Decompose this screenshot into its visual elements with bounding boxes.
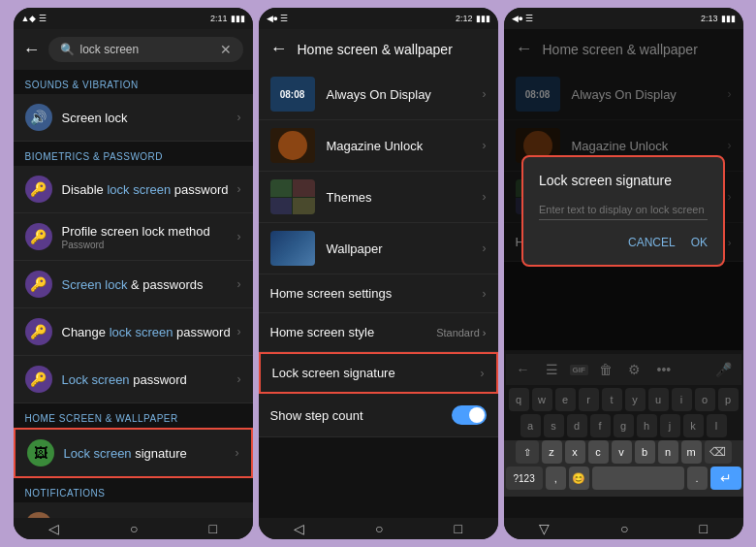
wallpaper-label: Wallpaper (327, 241, 483, 256)
key-m[interactable]: m (681, 440, 702, 464)
menu-item-screen-lock[interactable]: 🔊 Screen lock › (14, 94, 253, 142)
list-item-wallpaper[interactable]: Wallpaper › (259, 223, 498, 274)
menu-item-change-lock[interactable]: 🔑 Change lock screen password › (14, 308, 253, 356)
key-icon-3: 🔑 (25, 271, 52, 298)
key-c[interactable]: c (588, 440, 609, 464)
search-input[interactable]: lock screen (80, 43, 214, 56)
nav-recent[interactable]: □ (209, 521, 217, 536)
nav-back[interactable]: ◁ (48, 521, 59, 536)
step-count-toggle[interactable] (452, 405, 487, 425)
nav-back[interactable]: ◁ (294, 521, 304, 536)
wallpaper-image (270, 231, 315, 266)
list-item-themes[interactable]: Themes › (259, 172, 498, 223)
key-icon-2: 🔑 (25, 223, 52, 250)
status-bar-1: ▲◆ ☰ 2:11 ▮▮▮ (14, 8, 253, 29)
key-z[interactable]: z (542, 440, 562, 464)
dialog-overlay: Lock screen signature CANCEL OK (504, 29, 743, 440)
chevron-right-icon: › (237, 230, 241, 243)
ok-button[interactable]: OK (691, 236, 708, 249)
key-x[interactable]: x (565, 440, 585, 464)
key-numbers[interactable]: ?123 (506, 467, 543, 490)
key-backspace[interactable]: ⌫ (705, 440, 732, 464)
key-emoji[interactable]: 😊 (569, 467, 589, 490)
chevron-right-icon: › (237, 182, 241, 196)
menu-item-content: Change lock screen password (62, 325, 237, 339)
search-clear-icon[interactable]: ✕ (220, 42, 232, 57)
status-bar-2: ◀● ☰ 2:12 ▮▮▮ (259, 8, 498, 29)
key-space[interactable] (592, 467, 684, 490)
item-title: Lock screen signature (64, 446, 236, 461)
search-header: ← 🔍 lock screen ✕ (14, 29, 253, 70)
sound-icon: 🔊 (25, 104, 52, 131)
back-button-2[interactable]: ← (270, 39, 288, 59)
key-shift[interactable]: ⇧ (516, 440, 539, 464)
menu-item-lock-password[interactable]: 🔑 Lock screen password › (14, 356, 253, 403)
status-time-2: 2:12 ▮▮▮ (456, 14, 490, 23)
chevron-right-icon: › (237, 277, 241, 291)
item-title: Profile screen lock method (62, 224, 237, 239)
item-subtitle: Password (62, 240, 237, 250)
list-item-magazine[interactable]: Magazine Unlock › (259, 120, 498, 172)
menu-item-lock-signature[interactable]: 🖼 Lock screen signature › (14, 428, 253, 478)
status-icons-left-1: ▲◆ ☰ (21, 14, 47, 23)
aod-thumbnail: 08:08 (270, 77, 315, 112)
screen-3: ← Home screen & wallpaper 08:08 Always O… (504, 29, 743, 518)
menu-item-content: Profile screen lock method Password (62, 224, 237, 250)
page-title-2: Home screen & wallpaper (298, 42, 453, 57)
screen-1: ← 🔍 lock screen ✕ SOUNDS & VIBRATION 🔊 S… (14, 29, 253, 518)
phone-2: ◀● ☰ 2:12 ▮▮▮ ← Home screen & wallpaper … (259, 8, 498, 539)
key-period[interactable]: . (687, 467, 708, 490)
section-sounds: SOUNDS & VIBRATION (14, 70, 253, 94)
chevron-right-icon: › (237, 325, 241, 338)
nav-bar-1: ◁ ○ □ (14, 518, 253, 539)
key-n[interactable]: n (658, 440, 678, 464)
status-time-1: 2:11 ▮▮▮ (210, 14, 245, 23)
nav-home[interactable]: ○ (130, 521, 138, 536)
aod-label: Always On Display (327, 87, 483, 102)
dialog-title: Lock screen signature (539, 173, 708, 188)
list-item-home-settings[interactable]: Home screen settings › (259, 274, 498, 313)
menu-item-lock-passwords[interactable]: 🔑 Screen lock & passwords › (14, 261, 253, 308)
back-button[interactable]: ← (23, 40, 41, 60)
key-comma[interactable]: , (546, 467, 566, 490)
list-item-step-count[interactable]: Show step count (259, 394, 498, 437)
menu-item-lock-notifications[interactable]: 🔔 Lock screen notifications › (14, 502, 253, 518)
nav-home[interactable]: ○ (375, 521, 383, 536)
chevron-right-icon: › (236, 446, 239, 460)
nav-recent[interactable]: □ (455, 521, 462, 536)
menu-item-content: Disable lock screen password (62, 182, 237, 197)
chevron-right-icon: › (483, 87, 487, 101)
status-icons-left-2: ◀● ☰ (267, 14, 289, 23)
themes-thumbnail (270, 179, 315, 214)
phone-3: ◀● ☰ 2:13 ▮▮▮ ← Home screen & wallpaper … (504, 8, 743, 539)
key-enter[interactable]: ↵ (710, 467, 741, 490)
nav-down[interactable]: ▽ (539, 521, 550, 536)
home-settings-label: Home screen settings (270, 286, 483, 301)
nav-bar-3: ▽ ○ □ (504, 518, 743, 539)
list-item-home-style[interactable]: Home screen style Standard › (259, 313, 498, 352)
lock-signature-label: Lock screen signature (272, 366, 481, 380)
clock-display: 08:08 (270, 77, 315, 112)
status-bar-3: ◀● ☰ 2:13 ▮▮▮ (504, 8, 743, 29)
keyboard-row-3: ⇧ z x c v b n m ⌫ (506, 440, 741, 464)
cancel-button[interactable]: CANCEL (628, 236, 676, 249)
key-v[interactable]: v (612, 440, 632, 464)
menu-item-disable-lock[interactable]: 🔑 Disable lock screen password › (14, 166, 253, 213)
list-item-lock-signature-2[interactable]: Lock screen signature › (259, 352, 498, 394)
nav-recent[interactable]: □ (700, 521, 708, 536)
key-icon-1: 🔑 (25, 176, 52, 203)
key-icon-5: 🔑 (25, 366, 52, 393)
menu-item-profile-lock[interactable]: 🔑 Profile screen lock method Password › (14, 213, 253, 261)
key-b[interactable]: b (635, 440, 655, 464)
nav-home[interactable]: ○ (620, 521, 628, 536)
section-home: HOME SCREEN & WALLPAPER (14, 403, 253, 428)
keyboard-row-4: ?123 , 😊 . ↵ (506, 467, 741, 490)
search-box[interactable]: 🔍 lock screen ✕ (48, 37, 243, 62)
chevron-right-icon: › (237, 372, 241, 386)
magazine-label: Magazine Unlock (327, 139, 483, 153)
chevron-right-icon: › (237, 111, 241, 124)
chevron-right-icon: › (483, 241, 487, 255)
screen-2: ← Home screen & wallpaper 08:08 Always O… (259, 29, 498, 518)
dialog-input-field[interactable] (539, 200, 708, 220)
list-item-aod[interactable]: 08:08 Always On Display › (259, 69, 498, 120)
